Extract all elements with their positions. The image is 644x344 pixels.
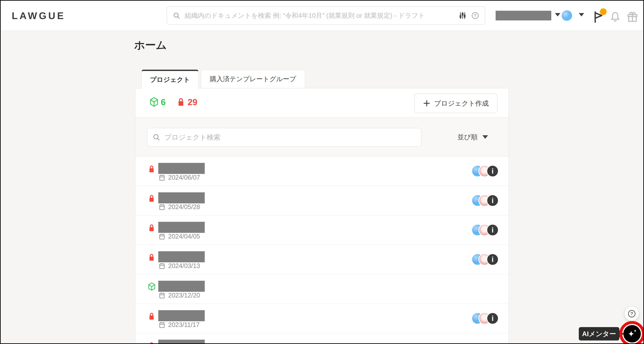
- project-info-button[interactable]: i: [486, 224, 499, 236]
- create-project-button[interactable]: プロジェクト作成: [414, 93, 498, 113]
- lock-icon: [148, 341, 156, 344]
- help-fab-button[interactable]: ?: [625, 307, 639, 321]
- page-title: ホーム: [134, 38, 167, 52]
- project-date-row: 2024/04/05: [159, 233, 200, 240]
- user-avatar[interactable]: [562, 10, 572, 21]
- project-title-redacted: [158, 222, 205, 233]
- lock-icon: [148, 194, 156, 203]
- project-date-row: 2024/06/07: [159, 174, 200, 181]
- project-title-redacted: [158, 192, 205, 203]
- project-date-row: 2023/11/17: [159, 321, 200, 329]
- ai-mentor-tooltip: AIメンター: [579, 327, 619, 341]
- home-tabs: プロジェクト 購入済テンプレートグループ: [142, 70, 305, 88]
- project-info-button[interactable]: i: [486, 253, 499, 266]
- project-date: 2024/03/13: [168, 262, 200, 270]
- project-search-input[interactable]: プロジェクト検索: [147, 128, 421, 147]
- project-date-row: 2023/12/20: [159, 292, 200, 299]
- calendar-icon: [159, 233, 165, 240]
- project-row[interactable]: 2024/06/07 i: [135, 157, 508, 186]
- projects-card: 6 29 プロジェクト作成 プロジェクト検索: [135, 88, 509, 344]
- project-date: 2024/05/28: [168, 203, 200, 211]
- project-search-section: プロジェクト検索 並び順: [135, 118, 508, 157]
- project-title-redacted: [158, 251, 205, 262]
- lock-icon: [148, 223, 156, 232]
- project-title-redacted: [158, 163, 205, 174]
- calendar-icon: [159, 203, 165, 211]
- sort-caret-icon: [482, 135, 488, 139]
- project-date: 2024/04/05: [168, 233, 200, 240]
- tab-projects[interactable]: プロジェクト: [142, 70, 198, 88]
- avatar-dropdown-caret-icon[interactable]: [579, 13, 584, 16]
- sparkle-icon: [626, 328, 638, 339]
- project-row[interactable]: 2024/04/05 i: [135, 215, 508, 245]
- project-row[interactable]: 2024/05/28 i: [135, 186, 508, 215]
- lawgue-logo: LAWGUE: [12, 10, 66, 21]
- global-search-placeholder: 組織内のドキュメントを検索 例: “令和4年10月” (就業規則 or 就業規定…: [185, 11, 454, 20]
- project-row[interactable]: 2023/11/17 i: [135, 304, 508, 333]
- app-header: LAWGUE 組織内のドキュメントを検索 例: “令和4年10月” (就業規則 …: [1, 1, 643, 31]
- project-title-redacted: [158, 340, 205, 344]
- project-row[interactable]: 2023/12/20: [135, 274, 508, 304]
- project-info-button[interactable]: i: [486, 194, 499, 207]
- project-members: i: [471, 224, 500, 237]
- project-members: i: [471, 194, 500, 207]
- locked-lock-icon: [176, 97, 185, 107]
- lock-icon: [148, 312, 156, 321]
- project-info-button[interactable]: i: [486, 312, 499, 325]
- sort-order-label: 並び順: [458, 132, 478, 142]
- project-search-placeholder: プロジェクト検索: [164, 133, 220, 142]
- create-project-label: プロジェクト作成: [434, 99, 489, 108]
- tab-purchased-template-groups[interactable]: 購入済テンプレートグループ: [201, 70, 305, 88]
- open-cube-icon: [150, 97, 159, 107]
- whats-new-button[interactable]: [592, 10, 606, 23]
- sort-order-dropdown[interactable]: 並び順: [458, 118, 488, 156]
- project-stats-row: 6 29 プロジェクト作成: [135, 88, 508, 118]
- project-members: i: [471, 312, 500, 325]
- svg-text:?: ?: [474, 13, 476, 18]
- project-title-redacted: [158, 281, 205, 292]
- calendar-icon: [159, 262, 165, 270]
- calendar-icon: [159, 292, 165, 299]
- notifications-bell-icon[interactable]: [609, 11, 621, 23]
- lawgue-home-page: { "header": { "logo": "LAWGUE", "search_…: [0, 0, 644, 344]
- ai-mentor-button[interactable]: [624, 325, 641, 343]
- search-icon: [152, 133, 160, 141]
- plus-icon: [423, 100, 430, 107]
- project-date-row: 2024/03/13: [159, 262, 200, 270]
- calendar-icon: [159, 321, 165, 329]
- project-row[interactable]: 2024/03/13 i: [135, 245, 508, 274]
- search-help-icon[interactable]: ?: [471, 11, 479, 19]
- project-date: 2023/12/20: [168, 292, 200, 299]
- account-name-redacted[interactable]: [496, 11, 551, 20]
- project-date: 2023/11/17: [168, 321, 200, 329]
- svg-text:?: ?: [630, 311, 633, 316]
- project-info-button[interactable]: i: [486, 165, 499, 177]
- project-list: 2024/06/07 i: [135, 157, 508, 344]
- whats-new-badge: [600, 8, 606, 15]
- gift-icon[interactable]: [626, 11, 638, 23]
- calendar-icon: [159, 174, 165, 181]
- global-search-input[interactable]: 組織内のドキュメントを検索 例: “令和4年10月” (就業規則 or 就業規定…: [167, 6, 485, 25]
- lock-icon: [148, 164, 156, 173]
- open-project-count: 6: [161, 97, 166, 107]
- lock-icon: [148, 253, 156, 262]
- project-date-row: 2024/05/28: [159, 203, 200, 211]
- project-date: 2024/06/07: [168, 174, 200, 181]
- project-members: i: [471, 165, 500, 177]
- project-row[interactable]: [135, 333, 508, 344]
- locked-project-count: 29: [188, 97, 197, 107]
- cube-icon: [148, 282, 156, 291]
- project-title-redacted: [158, 310, 205, 321]
- search-filter-icon[interactable]: [458, 11, 467, 20]
- account-dropdown-caret-icon[interactable]: [555, 13, 560, 16]
- search-icon: [173, 12, 180, 19]
- project-members: i: [471, 253, 500, 266]
